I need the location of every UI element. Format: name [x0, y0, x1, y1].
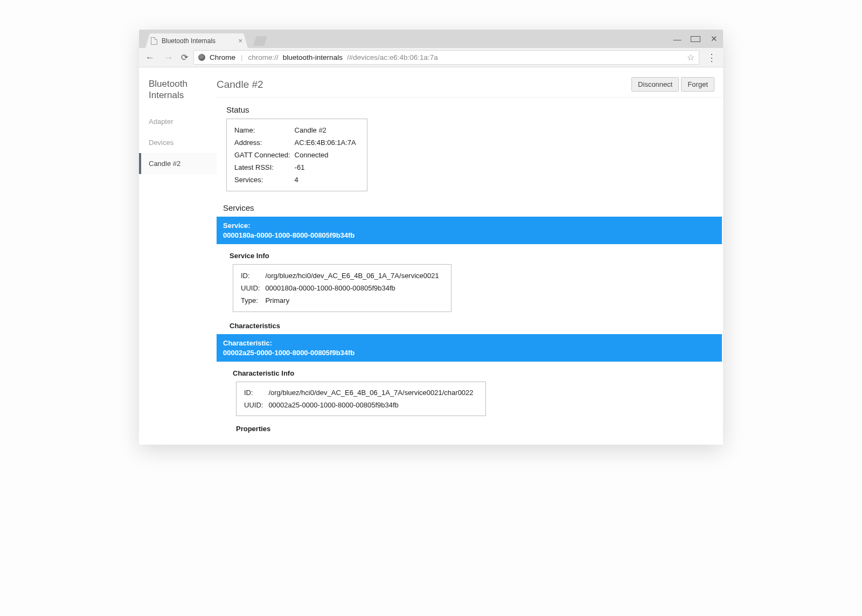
characteristic-header-bar[interactable]: Characteristic: 00002a25-0000-1000-8000-… — [217, 334, 722, 362]
svc-id-value: /org/bluez/hci0/dev_AC_E6_4B_06_1A_7A/se… — [265, 270, 443, 281]
sidebar-item-devices[interactable]: Devices — [139, 132, 217, 153]
tab-title: Bluetooth Internals — [162, 37, 215, 45]
forget-button[interactable]: Forget — [681, 77, 714, 92]
services-heading: Services — [223, 203, 722, 212]
service-header-bar[interactable]: Service: 0000180a-0000-1000-8000-00805f9… — [217, 217, 722, 244]
svc-type-value: Primary — [265, 295, 443, 306]
svc-uuid-label: UUID: — [241, 282, 264, 294]
status-address-label: Address: — [234, 137, 294, 148]
svc-type-label: Type: — [241, 295, 264, 306]
page-icon — [151, 37, 157, 45]
disconnect-button[interactable]: Disconnect — [631, 77, 679, 92]
page-content: Bluetooth Internals Adapter Devices Cand… — [139, 67, 723, 445]
window-controls: — ✕ — [672, 30, 719, 48]
char-id-label: ID: — [244, 387, 267, 398]
forward-button[interactable]: → — [162, 52, 176, 63]
new-tab-button[interactable] — [253, 36, 267, 46]
characteristic-info-box: ID:/org/bluez/hci0/dev_AC_E6_4B_06_1A_7A… — [236, 382, 486, 416]
close-window-icon[interactable]: ✕ — [709, 34, 719, 44]
service-uuid: 0000180a-0000-1000-8000-00805f9b34fb — [223, 231, 354, 239]
maximize-icon[interactable] — [691, 36, 700, 42]
characteristic-info-heading: Characteristic Info — [233, 369, 722, 377]
url-prefix: chrome:// — [248, 53, 279, 61]
bookmark-star-icon[interactable]: ☆ — [687, 52, 694, 63]
app-brand: Bluetooth Internals — [139, 78, 217, 111]
characteristic-uuid: 00002a25-0000-1000-8000-00805f9b34fb — [223, 349, 354, 357]
svc-id-label: ID: — [241, 270, 264, 281]
sidebar-item-adapter[interactable]: Adapter — [139, 111, 217, 132]
status-rssi-label: Latest RSSI: — [234, 162, 294, 173]
site-info-icon[interactable] — [198, 54, 205, 61]
url-scheme: Chrome — [210, 53, 235, 61]
browser-menu-icon[interactable]: ⋮ — [705, 52, 719, 64]
address-bar[interactable]: Chrome | chrome://bluetooth-internals/#d… — [193, 50, 699, 65]
properties-heading: Properties — [236, 425, 722, 433]
main-panel: Candle #2 Disconnect Forget Status Name:… — [217, 67, 723, 445]
char-uuid-label: UUID: — [244, 399, 267, 411]
status-name-label: Name: — [234, 124, 294, 136]
url-host: bluetooth-internals — [283, 53, 343, 61]
status-services-label: Services: — [234, 174, 294, 185]
characteristics-heading: Characteristics — [230, 322, 722, 330]
tab-strip: Bluetooth Internals × — ✕ — [139, 30, 723, 48]
page-header: Candle #2 Disconnect Forget — [217, 77, 722, 98]
status-name-value: Candle #2 — [295, 124, 359, 136]
browser-toolbar: ← → ⟳ Chrome | chrome://bluetooth-intern… — [139, 48, 723, 67]
close-tab-icon[interactable]: × — [238, 37, 242, 45]
service-info-heading: Service Info — [230, 252, 722, 260]
service-info-box: ID:/org/bluez/hci0/dev_AC_E6_4B_06_1A_7A… — [233, 264, 451, 312]
service-label: Service: — [223, 222, 251, 230]
back-button[interactable]: ← — [143, 52, 157, 63]
status-heading: Status — [226, 105, 722, 114]
status-box: Name:Candle #2 Address:AC:E6:4B:06:1A:7A… — [226, 119, 367, 191]
svc-uuid-value: 0000180a-0000-1000-8000-00805f9b34fb — [265, 282, 443, 294]
status-gatt-label: GATT Connected: — [234, 149, 294, 161]
status-address-value: AC:E6:4B:06:1A:7A — [295, 137, 359, 148]
sidebar: Bluetooth Internals Adapter Devices Cand… — [139, 67, 217, 445]
char-uuid-value: 00002a25-0000-1000-8000-00805f9b34fb — [268, 399, 477, 411]
minimize-icon[interactable]: — — [672, 34, 682, 44]
status-services-value: 4 — [295, 174, 359, 185]
char-id-value: /org/bluez/hci0/dev_AC_E6_4B_06_1A_7A/se… — [268, 387, 477, 398]
page-title: Candle #2 — [217, 79, 263, 91]
browser-tab[interactable]: Bluetooth Internals × — [145, 33, 248, 48]
status-gatt-value: Connected — [295, 149, 359, 161]
url-path: /#devices/ac:e6:4b:06:1a:7a — [347, 53, 438, 61]
characteristic-label: Characteristic: — [223, 339, 272, 347]
browser-window: Bluetooth Internals × — ✕ ← → ⟳ Chrome |… — [139, 30, 723, 445]
reload-button[interactable]: ⟳ — [181, 52, 188, 63]
sidebar-item-candle2[interactable]: Candle #2 — [139, 153, 217, 174]
status-rssi-value: -61 — [295, 162, 359, 173]
